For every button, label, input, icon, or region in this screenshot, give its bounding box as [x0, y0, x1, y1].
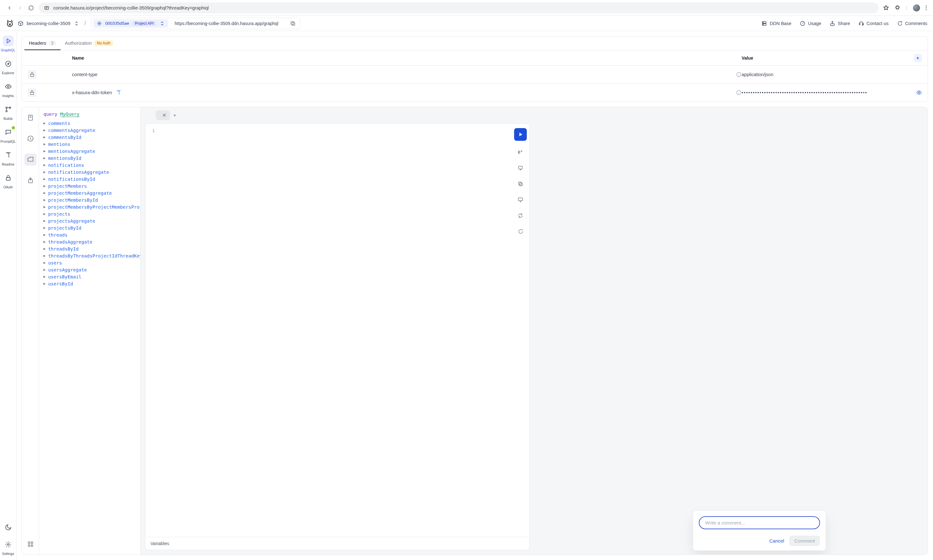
share-link[interactable]: Share	[830, 21, 850, 26]
expand-icon: ▶	[43, 233, 46, 237]
code-editor[interactable]	[158, 124, 512, 550]
info-icon[interactable]	[726, 90, 742, 95]
docs-link-icon[interactable]	[116, 90, 122, 95]
copy-query-icon[interactable]	[516, 180, 525, 188]
variables-bar[interactable]: Variables	[145, 537, 529, 550]
comment-input[interactable]	[699, 516, 820, 529]
shortcuts-icon[interactable]	[25, 538, 37, 550]
graphql-endpoint-url: https://becoming-collie-3509.ddn.hasura.…	[171, 21, 284, 26]
nav-readme[interactable]: Readme	[0, 150, 16, 166]
new-tab-button[interactable]: +	[173, 112, 176, 118]
explorer-toggle-icon[interactable]	[25, 154, 37, 166]
explorer-field[interactable]: ▶notificationsById	[43, 176, 136, 183]
prettify-icon[interactable]	[516, 148, 525, 157]
explorer-field[interactable]: ▶projects	[43, 211, 136, 217]
browser-address-bar[interactable]: console.hasura.io/project/becoming-colli…	[39, 3, 879, 13]
share-icon	[830, 21, 835, 26]
history-icon[interactable]	[25, 132, 37, 145]
contact-link[interactable]: Contact us	[858, 21, 888, 26]
browser-menu-icon[interactable]	[926, 5, 927, 10]
nav-insights[interactable]: Insights	[0, 81, 16, 98]
operation-name[interactable]: MyQuery	[60, 112, 79, 117]
explorer-field[interactable]: ▶notificationsAggregate	[43, 169, 136, 176]
svg-rect-33	[518, 166, 522, 169]
usage-link[interactable]: Usage	[800, 21, 821, 26]
nav-graphiql[interactable]: GraphiQL	[0, 35, 16, 52]
explorer-field[interactable]: ▶usersById	[43, 280, 136, 287]
docs-icon[interactable]	[25, 112, 37, 124]
gear-icon	[5, 541, 12, 548]
nav-builds[interactable]: Builds	[0, 104, 16, 120]
chevron-updown-icon	[159, 21, 165, 26]
svg-rect-26	[28, 115, 32, 120]
export-icon[interactable]	[25, 174, 37, 186]
expand-icon: ▶	[43, 261, 46, 265]
cancel-button[interactable]: Cancel	[769, 538, 784, 543]
merge-fragments-icon[interactable]	[516, 164, 525, 172]
tab-headers[interactable]: Headers 2	[25, 37, 61, 50]
run-query-button[interactable]	[514, 128, 527, 141]
expand-icon: ▶	[43, 170, 46, 174]
explorer-field[interactable]: ▶users	[43, 259, 136, 266]
explorer-field[interactable]: ▶mentionsAggregate	[43, 148, 136, 155]
explorer-field[interactable]: ▶projectsById	[43, 225, 136, 231]
explorer-field[interactable]: ▶projectMembersByProjectMembersProje	[43, 203, 136, 211]
expand-icon: ▶	[43, 121, 46, 125]
headers-panel: Headers 2 Authorization No Auth Name Val…	[22, 36, 928, 102]
comments-link[interactable]: Comments	[897, 21, 927, 26]
svg-rect-30	[28, 545, 30, 547]
site-info-icon[interactable]	[44, 5, 49, 11]
browser-forward-button[interactable]	[17, 5, 23, 11]
explorer-field[interactable]: ▶commentsById	[43, 134, 136, 141]
project-selector[interactable]: becoming-collie-3509	[18, 21, 79, 26]
explorer-field[interactable]: ▶projectMembers	[43, 183, 136, 190]
explorer-field[interactable]: ▶projectMembersById	[43, 197, 136, 203]
explorer-field[interactable]: ▶notifications	[43, 162, 136, 169]
submit-comment-button[interactable]: Comment	[789, 535, 820, 546]
browser-reload-button[interactable]	[28, 5, 34, 11]
nav-explorer[interactable]: Explorer	[0, 58, 16, 75]
present-icon[interactable]	[516, 195, 525, 204]
explorer-field[interactable]: ▶threadsAggregate	[43, 238, 136, 245]
reveal-value-icon[interactable]	[916, 90, 922, 95]
expand-icon: ▶	[43, 128, 46, 132]
nav-theme-toggle[interactable]	[0, 522, 16, 533]
editor-tab[interactable]	[145, 114, 153, 117]
profile-avatar[interactable]	[913, 5, 920, 11]
explorer-field[interactable]: ▶projectMembersAggregate	[43, 190, 136, 197]
expand-icon: ▶	[43, 135, 46, 139]
browser-back-button[interactable]	[6, 5, 13, 11]
build-selector[interactable]: 000335d5ae Project API	[93, 19, 168, 28]
tab-authorization[interactable]: Authorization No Auth	[61, 37, 117, 51]
extensions-icon[interactable]	[894, 5, 900, 11]
info-icon[interactable]	[726, 72, 742, 77]
expand-icon: ▶	[43, 226, 46, 230]
explorer-field[interactable]: ▶usersAggregate	[43, 266, 136, 273]
explorer-field[interactable]: ▶mentionsById	[43, 155, 136, 162]
explorer-field[interactable]: ▶threadsById	[43, 245, 136, 252]
play-icon	[517, 131, 524, 138]
nav-oauth[interactable]: OAuth	[0, 172, 16, 189]
explorer-field[interactable]: ▶threadsByThreadsProjectIdThreadKeyK	[43, 252, 136, 259]
explorer-field[interactable]: ▶commentsAggregate	[43, 127, 136, 134]
add-header-button[interactable]: +	[914, 54, 922, 62]
copy-url-button[interactable]	[287, 21, 298, 26]
line-gutter: 1	[145, 124, 158, 550]
svg-rect-36	[518, 198, 523, 201]
hasura-logo-icon[interactable]	[6, 19, 14, 28]
explorer-field[interactable]: ▶comments	[43, 120, 136, 127]
expand-icon: ▶	[43, 219, 46, 223]
nav-promptql[interactable]: PromptQL	[0, 127, 16, 143]
svg-point-16	[6, 107, 7, 108]
explorer-field[interactable]: ▶usersByEmail	[43, 273, 136, 280]
bookmark-icon[interactable]	[883, 5, 889, 11]
close-tab-icon[interactable]: ✕	[162, 112, 166, 118]
explorer-field[interactable]: ▶mentions	[43, 141, 136, 148]
editor-tab[interactable]: ✕	[156, 110, 170, 120]
nav-settings[interactable]: Settings	[0, 539, 16, 555]
ddn-base-link[interactable]: DDN Base	[761, 21, 791, 26]
comment-thread-icon[interactable]	[516, 227, 525, 236]
explorer-field[interactable]: ▶projectsAggregate	[43, 217, 136, 225]
refresh-schema-icon[interactable]	[516, 211, 525, 220]
explorer-field[interactable]: ▶threads	[43, 231, 136, 238]
